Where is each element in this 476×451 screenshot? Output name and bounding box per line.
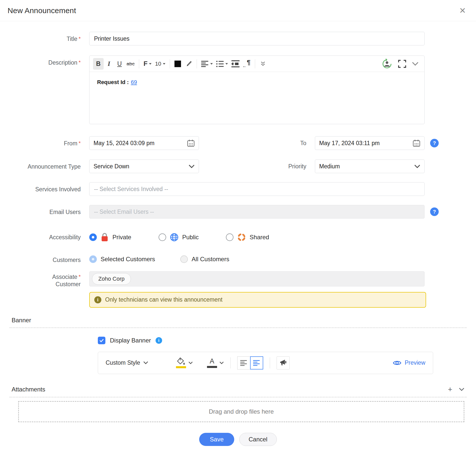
chevron-down-icon (188, 361, 193, 364)
associate-customer-label: Associate* Customer (0, 271, 89, 288)
preview-label: Preview (405, 359, 425, 366)
shared-icon (237, 233, 246, 242)
announcement-icon-button[interactable] (277, 356, 290, 369)
accessibility-option-private[interactable]: Private (89, 233, 131, 242)
title-input[interactable] (89, 32, 425, 45)
cancel-button[interactable]: Cancel (239, 433, 277, 446)
underline-button[interactable]: U (114, 58, 125, 70)
required-asterisk: * (79, 59, 81, 65)
attachments-section-header: Attachments + (0, 386, 476, 393)
outdent-icon (231, 60, 240, 67)
from-date-value: May 15, 2024 03:09 pm (94, 140, 155, 147)
banner-section-header: Banner (0, 317, 476, 324)
priority-select[interactable]: Medium (315, 160, 425, 173)
display-banner-info-icon[interactable]: i (156, 337, 162, 344)
to-help-icon[interactable]: ? (430, 139, 439, 147)
text-color-swatch (207, 366, 217, 368)
to-label: To (300, 140, 315, 147)
accessibility-option-label: Public (182, 234, 199, 241)
close-icon[interactable]: ✕ (459, 7, 466, 15)
attachments-dropzone[interactable]: Drag and drop files here (18, 401, 464, 422)
chevron-down-icon (143, 361, 148, 364)
accessibility-option-label: Private (112, 234, 131, 241)
customers-row: Customers Selected Customers All Custome… (0, 253, 476, 264)
caret-down-icon (149, 63, 152, 65)
request-id-label: Request Id : (97, 79, 129, 85)
calendar-icon (187, 139, 195, 147)
more-tools-button[interactable] (258, 58, 268, 70)
info-icon: i (94, 296, 101, 303)
required-asterisk: * (79, 274, 81, 279)
align-left-button[interactable] (237, 356, 250, 369)
dialog-actions: Save Cancel (0, 433, 476, 451)
announcement-type-value: Service Down (94, 163, 129, 170)
save-button[interactable]: Save (199, 433, 234, 446)
request-id-link[interactable]: 69 (131, 79, 137, 85)
announcement-type-select[interactable]: Service Down (89, 160, 199, 173)
from-date-input[interactable]: May 15, 2024 03:09 pm (89, 136, 199, 150)
services-involved-label: Services Involved (0, 182, 89, 193)
eye-icon (393, 360, 401, 366)
email-users-help-icon[interactable]: ? (430, 207, 439, 216)
radio-disabled-selected (89, 255, 97, 263)
banner-text-color-button[interactable]: A (207, 358, 224, 368)
chevron-down-icon[interactable] (412, 62, 419, 66)
services-involved-input[interactable] (89, 182, 425, 196)
associate-customer-row: Associate* Customer Zoho Corp i Only tec… (0, 271, 476, 308)
banner-fill-color-button[interactable] (176, 357, 193, 368)
customers-option-all[interactable]: All Customers (180, 255, 229, 263)
preview-button[interactable]: Preview (393, 359, 425, 366)
font-family-button[interactable]: F (142, 58, 153, 70)
font-color-button[interactable] (172, 58, 183, 70)
align-left-icon (240, 360, 247, 366)
strikethrough-button[interactable]: abc (125, 58, 136, 70)
highlight-pen-button[interactable] (183, 58, 194, 70)
customers-label: Customers (0, 253, 89, 264)
chevron-down-icon (414, 165, 420, 168)
bullet-list-icon (216, 61, 224, 67)
paint-bucket-icon (177, 357, 185, 365)
services-row: Services Involved (0, 182, 476, 196)
align-left-icon (201, 61, 209, 67)
custom-style-dropdown[interactable]: Custom Style (106, 359, 148, 366)
dialog-header: New Announcement ✕ (0, 0, 476, 21)
italic-button[interactable]: I (104, 58, 114, 70)
chevron-down-icon[interactable] (459, 388, 464, 391)
list-button[interactable] (215, 58, 230, 70)
type-priority-row: Announcement Type Service Down Priority … (0, 160, 476, 173)
toolbar-divider (170, 59, 170, 68)
double-chevron-down-icon (260, 61, 266, 67)
align-center-button[interactable] (250, 356, 263, 369)
toolbar-divider (139, 59, 139, 68)
banner-heading: Banner (12, 317, 31, 324)
required-asterisk: * (79, 36, 81, 41)
outdent-button[interactable] (230, 58, 241, 70)
display-banner-checkbox[interactable] (98, 337, 105, 344)
user-sync-icon[interactable] (381, 58, 393, 69)
priority-label: Priority (288, 163, 315, 170)
associate-customer-field: Zoho Corp (89, 271, 425, 286)
announcement-type-label: Announcement Type (0, 160, 89, 170)
font-size-button[interactable]: 10 (153, 58, 167, 70)
radio-unselected[interactable] (226, 233, 233, 241)
accessibility-row: Accessibility Private Public Shared (0, 230, 476, 242)
from-to-row: From* May 15, 2024 03:09 pm To May 17, 2… (0, 136, 476, 150)
text-direction-button[interactable]: ¶← (241, 58, 252, 70)
attachments-heading: Attachments (12, 386, 45, 393)
font-color-swatch-icon (174, 61, 181, 67)
customers-option-selected[interactable]: Selected Customers (89, 255, 155, 263)
align-button[interactable] (199, 58, 215, 70)
accessibility-option-public[interactable]: Public (159, 233, 199, 242)
accessibility-option-shared[interactable]: Shared (226, 233, 269, 242)
radio-selected[interactable] (89, 233, 97, 241)
to-date-input[interactable]: May 17, 2024 03:11 pm (315, 136, 425, 150)
add-attachment-icon[interactable]: + (448, 386, 452, 393)
description-content[interactable]: Request Id :69 (90, 72, 424, 124)
dialog-title: New Announcement (8, 6, 76, 15)
bold-button[interactable]: B (93, 58, 104, 70)
editor-toolbar-right (381, 58, 421, 69)
fullscreen-icon[interactable] (398, 60, 406, 68)
radio-unselected[interactable] (159, 233, 166, 241)
description-editor: B I U abc F 10 (89, 56, 425, 124)
calendar-icon (413, 139, 420, 147)
